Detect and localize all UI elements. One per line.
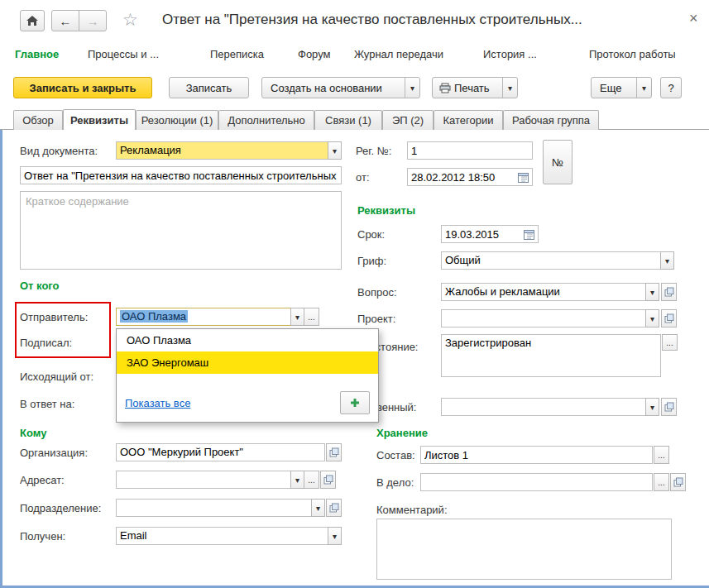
grif-dropdown-button[interactable]: ▾ [660,251,674,270]
menu-item-forum[interactable]: Форум [298,48,331,60]
tab-requisites[interactable]: Реквизиты [63,109,136,130]
responsible-dropdown-button[interactable]: ▾ [645,398,659,416]
received-dropdown-button[interactable]: ▾ [328,527,342,545]
document-name-field[interactable] [20,166,342,184]
state-choose-button[interactable]: ... [662,334,678,351]
dropdown-item-selected[interactable]: ЗАО Энергомаш [117,351,378,374]
responsible-open-button[interactable] [661,398,677,416]
reg-number-label: Рег. №: [356,145,391,157]
doc-kind-field[interactable]: Рекламация [116,141,328,160]
doc-kind-dropdown-button[interactable]: ▾ [328,141,342,160]
open-form-icon [664,287,674,297]
more-label: Еще [592,78,630,98]
composition-field[interactable] [420,446,653,464]
section-storage: Хранение [376,427,428,439]
tab-signatures[interactable]: ЭП (2) [382,110,434,130]
open-form-icon [329,503,339,513]
home-button[interactable] [20,10,45,31]
create-based-on-button[interactable]: Создать на основании ▾ [261,77,420,98]
project-open-button[interactable] [661,309,677,327]
department-dropdown-button[interactable]: ▾ [311,499,325,517]
addressee-open-button[interactable] [320,471,336,489]
add-new-button[interactable] [340,391,370,414]
open-form-icon [673,477,683,487]
ellipsis-icon: ... [658,451,664,460]
doc-kind-label: Вид документа: [20,145,98,157]
chevron-down-icon: ▾ [295,313,299,322]
case-field[interactable] [420,473,653,491]
grif-field[interactable]: Общий [441,251,661,270]
tab-resolutions[interactable]: Резолюции (1) [136,110,218,130]
forward-button[interactable]: → [79,10,107,31]
annotation-red-box [15,302,111,358]
favorite-star-icon[interactable]: ☆ [122,10,138,30]
menu-item-work-protocol[interactable]: Протокол работы [589,48,676,60]
menu-item-processes[interactable]: Процессы и ... [88,48,159,60]
chevron-down-icon[interactable]: ▾ [636,78,651,98]
case-label: В дело: [376,476,414,489]
chevron-down-icon[interactable]: ▾ [502,78,517,98]
project-field[interactable] [441,309,646,327]
sender-choose-button[interactable]: ... [304,308,319,326]
menu-item-history[interactable]: История ... [483,48,537,60]
chevron-down-icon: ▾ [650,314,654,323]
open-form-icon [329,447,339,457]
project-dropdown-button[interactable]: ▾ [645,309,659,327]
open-form-icon [664,402,674,412]
tab-links[interactable]: Связи (1) [314,110,382,130]
more-actions-button[interactable]: Еще ▾ [591,77,652,98]
case-choose-button[interactable]: ... [654,473,669,491]
menu-item-main[interactable]: Главное [15,48,59,60]
dropdown-item[interactable]: ОАО Плазма [117,329,378,351]
organization-field[interactable]: ООО "Меркурий Проект" [116,443,325,461]
department-open-button[interactable] [326,499,342,517]
department-field[interactable] [116,499,312,517]
back-button[interactable]: ← [51,10,79,31]
addressee-dropdown-button[interactable]: ▾ [290,471,304,489]
calendar-icon[interactable] [518,172,529,183]
composition-choose-button[interactable]: ... [654,446,669,464]
close-button[interactable]: × [689,10,698,27]
case-open-button[interactable] [670,473,686,491]
chevron-down-icon[interactable]: ▾ [405,78,419,98]
question-open-button[interactable] [661,283,677,301]
reg-number-field[interactable] [407,141,533,160]
menu-item-correspondence[interactable]: Переписка [210,48,264,60]
back-arrow-icon: ← [60,15,72,27]
save-and-close-button[interactable]: Записать и закрыть [13,77,152,98]
date-field[interactable]: 28.02.2012 18:50 [407,168,533,186]
tab-additional[interactable]: Дополнительно [218,110,314,130]
received-field[interactable]: Email [116,527,328,545]
help-button[interactable]: ? [660,77,682,98]
tab-overview[interactable]: Обзор [13,110,63,130]
menu-item-transfer-journal[interactable]: Журнал передачи [354,48,443,60]
comment-field[interactable] [376,519,672,580]
due-date-field[interactable]: 19.03.2015 [441,225,539,243]
print-button[interactable]: Печать ▾ [432,77,518,98]
date-label: от: [356,171,370,184]
section-from: От кого [20,280,60,292]
organization-open-button[interactable] [326,443,342,461]
question-label: Вопрос: [357,286,397,299]
save-button[interactable]: Записать [169,77,249,98]
addressee-choose-button[interactable]: ... [304,471,319,489]
chevron-down-icon: ▾ [295,476,299,485]
project-label: Проект: [357,313,395,325]
assign-number-button[interactable]: № [543,140,572,184]
show-all-link[interactable]: Показать все [125,397,190,409]
summary-field[interactable] [20,191,342,270]
tab-workgroup[interactable]: Рабочая группа [503,110,599,130]
question-field[interactable]: Жалобы и рекламации [441,283,646,301]
printer-icon [433,83,454,93]
tab-categories[interactable]: Категории [434,110,503,130]
calendar-icon[interactable] [524,229,534,240]
window-title: Ответ на "Претензия на качество поставле… [162,12,668,28]
state-field[interactable]: Зарегистрирован [441,334,661,377]
sender-field[interactable]: ОАО Плазма [116,308,291,326]
responsible-field[interactable] [441,398,646,416]
question-dropdown-button[interactable]: ▾ [645,283,659,301]
sender-dropdown-button[interactable]: ▾ [290,308,304,326]
in-reply-to-label: В ответ на: [20,398,74,410]
ellipsis-icon: ... [658,478,664,487]
addressee-field[interactable] [116,471,291,489]
